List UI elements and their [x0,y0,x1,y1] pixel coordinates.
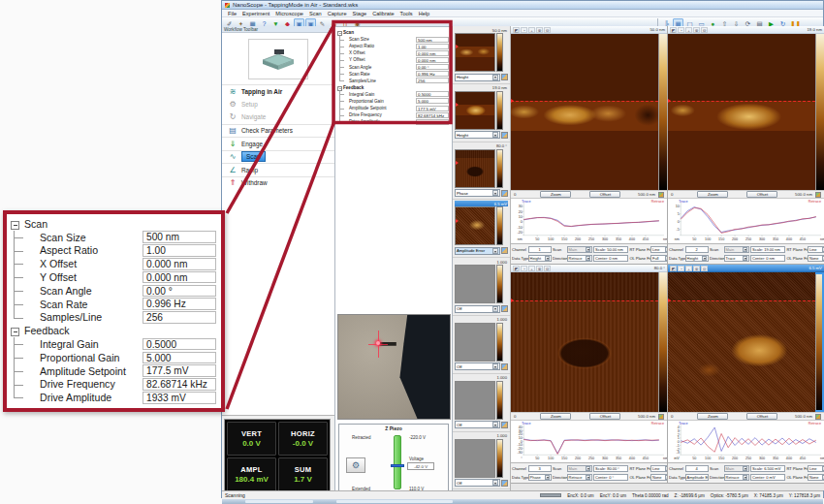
chevron-down-icon[interactable] [743,247,747,252]
parameter-value[interactable]: 1933 mV [143,392,216,404]
parameter-value[interactable]: 5.000 [143,352,216,364]
parameter-value[interactable]: 256 [416,78,449,83]
thumbnail-image[interactable] [455,91,495,130]
thumbnail-image[interactable] [455,206,495,245]
chevron-down-icon[interactable] [492,480,498,486]
menu-calibrate[interactable]: Calibrate [369,11,396,16]
direction-select[interactable]: Retrace [567,255,592,262]
scale-value[interactable]: Scale: 19.00 nm [750,246,785,253]
z-piezo-slider-handle[interactable] [391,464,404,467]
thumbnail-export-icon[interactable] [501,190,508,197]
parameter-value[interactable]: 82.68714 kHz [143,378,216,391]
parameter-value[interactable]: 0.000 nm [416,50,449,56]
image-tool-zoom-in-icon[interactable]: ⊕ [536,266,543,271]
direction-select[interactable]: Retrace [724,474,749,481]
image-tool-zoom-in-icon[interactable]: ⊕ [693,27,700,33]
afm-image[interactable] [511,272,658,412]
workflow-item-tapping-in-air[interactable]: ≋ Tapping in Air [222,84,334,98]
channel-select[interactable]: Off [455,362,500,370]
parameter-value[interactable]: 1.00 [143,244,216,257]
image-tool-zoom-in-icon[interactable]: ⊕ [536,27,543,33]
afm-image[interactable] [668,272,815,412]
parameter-value[interactable]: 0.5000 [416,91,449,97]
menu-tools[interactable]: Tools [397,11,416,16]
center-value[interactable]: Center: 0 nm [593,255,628,262]
chevron-down-icon[interactable] [492,363,498,369]
channel-thumbnail[interactable]: 80.0 ° Phase [453,142,510,201]
zoom-button[interactable]: Zoom [697,191,728,198]
chevron-down-icon[interactable] [492,190,498,196]
rt-plane-fit-select[interactable]: Line [650,465,668,472]
image-tool-select-icon[interactable]: ◩ [513,266,520,271]
channel-thumbnail[interactable]: 50.0 nm Height [453,26,510,84]
data-type-select[interactable]: Height [528,255,552,262]
workflow-item-engage[interactable]: ⇓ Engage [222,137,334,150]
thumbnail-export-icon[interactable] [501,480,508,487]
image-tool-crosshair-icon[interactable]: + [528,27,535,33]
parameter-value[interactable]: 5.000 [416,98,449,104]
image-export-icon[interactable] [658,192,664,198]
thumbnail-export-icon[interactable] [501,132,508,139]
offset-button[interactable]: Offset [746,413,777,420]
parameter-value[interactable]: 82.68714 kHz [416,112,449,118]
channel-select[interactable]: Off [455,421,500,428]
image-tool-crosshair-icon[interactable]: + [685,266,692,271]
channel-thumbnail[interactable]: 6.5 mV Amplitude Error [453,200,510,258]
chevron-down-icon[interactable] [545,475,550,480]
scale-value[interactable]: Scale: 6.500 mV [750,465,785,472]
channel-thumbnail[interactable]: 1.000 Off [453,432,510,490]
thumbnail-export-icon[interactable] [501,247,508,254]
direction-select[interactable]: Retrace [567,474,592,481]
chevron-down-icon[interactable] [492,248,498,254]
image-tool-zoom-out-icon[interactable]: ⊖ [544,266,551,271]
chevron-down-icon[interactable] [586,247,590,252]
image-tool-zoom-in-icon[interactable]: ⊕ [693,266,700,271]
parameter-value[interactable]: 0.5000 [143,338,216,351]
afm-image[interactable] [668,34,815,190]
menu-help[interactable]: Help [416,11,433,16]
channel-thumbnail[interactable]: 1.000 Off [453,258,510,316]
workflow-item-check-parameters[interactable]: ▤ Check Parameters [222,124,334,138]
chevron-down-icon[interactable] [492,75,498,80]
image-export-icon[interactable] [815,414,821,420]
thumbnail-image[interactable] [455,439,495,478]
parameter-value[interactable]: 177.5 mV [416,106,449,111]
ol-plane-fit-select[interactable]: None [808,474,824,481]
zoom-button[interactable]: Zoom [540,413,571,420]
scan-select[interactable]: Main [724,246,749,253]
rt-plane-fit-select[interactable]: Line [808,246,824,253]
offset-button[interactable]: Offset [589,191,620,198]
image-tool-crosshair-icon[interactable]: + [528,266,535,271]
data-type-select[interactable]: Phase [528,474,552,481]
voltage-value[interactable]: -42.0 V [407,462,434,470]
channel-select[interactable]: Phase [455,189,500,197]
thumbnail-image[interactable] [455,323,495,362]
image-tool-select-icon[interactable]: ◩ [670,266,677,271]
scan-select[interactable]: Main [567,246,592,253]
zoom-button[interactable]: Zoom [697,413,728,420]
center-value[interactable]: Center: 0 ° [593,474,628,481]
image-export-icon[interactable] [815,192,821,198]
thumbnail-export-icon[interactable] [501,363,508,370]
image-tool-rotate-icon[interactable]: ◔ [521,27,527,33]
chevron-down-icon[interactable] [702,256,707,261]
chevron-down-icon[interactable] [743,475,747,480]
workflow-item-setup[interactable]: ⚙ Setup [222,98,334,111]
thumbnail-image[interactable] [455,149,495,188]
chevron-down-icon[interactable] [545,256,550,261]
close-icon[interactable]: ✕ [329,27,333,32]
image-tool-select-icon[interactable]: ◩ [670,27,677,33]
ol-plane-fit-select[interactable]: None [650,474,668,481]
channel-thumbnail[interactable]: 1.000 Off [453,316,510,374]
scan-select[interactable]: Main [567,465,592,472]
parameter-value[interactable]: 1.00 [416,44,449,49]
channel-select[interactable]: Off [455,305,500,313]
channel-select[interactable]: Amplitude Error [455,247,500,255]
workflow-item-withdraw[interactable]: ⇑ Withdraw [222,176,334,190]
chevron-down-icon[interactable] [743,256,747,261]
parameter-value[interactable]: 177.5 mV [143,364,216,377]
thumbnail-image[interactable] [455,381,495,420]
image-tool-rotate-icon[interactable]: ◔ [521,266,527,271]
channel-select[interactable]: Off [455,479,500,487]
menu-file[interactable]: File [225,11,239,16]
